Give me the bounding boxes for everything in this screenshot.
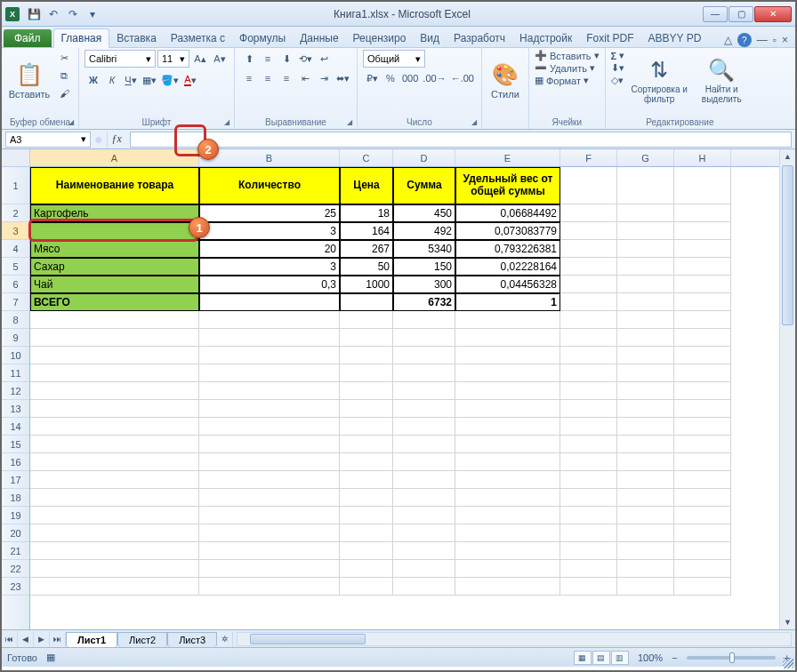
cell[interactable]: 1 [455, 293, 560, 311]
cell[interactable] [455, 364, 560, 382]
styles-button[interactable]: 🎨 Стили [487, 50, 523, 112]
ribbon-minimize-icon[interactable]: △ [724, 34, 732, 46]
cell[interactable] [560, 222, 617, 240]
row-header[interactable]: 23 [2, 578, 29, 596]
cell[interactable] [674, 471, 731, 489]
cell[interactable] [674, 560, 731, 578]
cell[interactable] [30, 400, 199, 418]
orientation-button[interactable]: ⟲▾ [296, 50, 314, 68]
sheet-nav-prev[interactable]: ◀ [18, 631, 34, 647]
cell[interactable] [199, 293, 340, 311]
cell[interactable] [30, 453, 199, 471]
cell[interactable] [617, 167, 674, 204]
align-right-button[interactable]: ≡ [278, 69, 295, 87]
cell[interactable] [560, 347, 617, 364]
merge-button[interactable]: ⬌▾ [334, 69, 351, 87]
cell[interactable]: 0,3 [199, 276, 340, 293]
paste-button[interactable]: 📋 Вставить [7, 50, 52, 112]
cell[interactable] [30, 311, 199, 329]
cell[interactable] [340, 453, 393, 471]
row-header[interactable]: 13 [2, 400, 29, 418]
cell[interactable] [30, 524, 199, 542]
cell[interactable] [199, 418, 340, 436]
col-header-F[interactable]: F [560, 149, 617, 166]
tab-developer[interactable]: Разработч [447, 29, 512, 47]
zoom-level[interactable]: 100% [638, 652, 663, 663]
sheet-tab[interactable]: Лист2 [117, 632, 167, 647]
cell[interactable]: Мясо [30, 240, 199, 258]
cell[interactable]: Чай [30, 276, 199, 293]
name-box[interactable]: A3▾ [5, 132, 91, 148]
cell[interactable] [340, 293, 393, 311]
cell[interactable] [340, 542, 393, 560]
cell[interactable] [674, 276, 731, 293]
close-button[interactable]: ✕ [754, 6, 792, 22]
cell[interactable] [617, 524, 674, 542]
cell[interactable]: 6732 [393, 293, 455, 311]
cell[interactable] [393, 471, 455, 489]
new-sheet-button[interactable]: ✲ [217, 631, 233, 647]
cell[interactable] [617, 400, 674, 418]
cell[interactable] [340, 436, 393, 453]
cell[interactable] [617, 578, 674, 596]
format-painter-button[interactable]: 🖌 [55, 85, 73, 101]
cell[interactable] [340, 578, 393, 596]
find-select-button[interactable]: 🔍 Найти и выделить [694, 50, 749, 112]
row-header[interactable]: 6 [2, 276, 29, 293]
cell[interactable]: 50 [340, 258, 393, 276]
cell[interactable] [393, 453, 455, 471]
cell[interactable]: Количество [199, 167, 340, 204]
cell[interactable] [30, 489, 199, 507]
cell[interactable] [199, 560, 340, 578]
cell[interactable] [674, 542, 731, 560]
cell[interactable] [455, 347, 560, 364]
align-middle-button[interactable]: ≡ [259, 50, 277, 68]
row-header[interactable]: 21 [2, 542, 29, 560]
cell[interactable]: Удельный вес от общей суммы [455, 167, 560, 204]
italic-button[interactable]: К [103, 71, 121, 89]
cell[interactable] [560, 524, 617, 542]
cell[interactable] [199, 436, 340, 453]
tab-view[interactable]: Вид [413, 29, 447, 47]
view-pagebreak-button[interactable]: ▥ [611, 651, 629, 665]
decrease-indent-button[interactable]: ⇤ [296, 69, 314, 87]
clipboard-launcher-icon[interactable]: ◢ [66, 116, 76, 127]
cell[interactable] [393, 489, 455, 507]
row-header[interactable]: 19 [2, 507, 29, 524]
cell[interactable] [674, 578, 731, 596]
cell[interactable] [560, 293, 617, 311]
cell[interactable] [560, 578, 617, 596]
cell[interactable] [617, 329, 674, 347]
cell[interactable] [199, 329, 340, 347]
cell[interactable] [393, 542, 455, 560]
formula-input[interactable] [130, 132, 792, 148]
decrease-decimal-button[interactable]: ←.00 [449, 69, 476, 87]
cell[interactable] [617, 222, 674, 240]
cell[interactable] [674, 489, 731, 507]
cell[interactable] [617, 418, 674, 436]
cell[interactable] [199, 507, 340, 524]
cell[interactable] [560, 436, 617, 453]
cell[interactable] [340, 489, 393, 507]
row-header[interactable]: 5 [2, 258, 29, 276]
cell[interactable] [199, 578, 340, 596]
tab-home[interactable]: Главная [53, 28, 110, 48]
cell[interactable] [674, 240, 731, 258]
cell[interactable] [340, 347, 393, 364]
cell[interactable] [617, 293, 674, 311]
view-normal-button[interactable]: ▦ [574, 651, 592, 665]
row-header[interactable]: 1 [2, 167, 29, 204]
row-header[interactable]: 3 [2, 222, 29, 240]
cell[interactable] [393, 507, 455, 524]
row-header[interactable]: 18 [2, 489, 29, 507]
cell[interactable] [340, 382, 393, 400]
cell[interactable] [199, 542, 340, 560]
cell[interactable] [455, 542, 560, 560]
tab-data[interactable]: Данные [293, 29, 345, 47]
font-size-combo[interactable]: 11▾ [157, 50, 189, 68]
col-header-E[interactable]: E [455, 149, 560, 166]
cells-format-button[interactable]: ▦Формат▾ [535, 75, 600, 86]
cell[interactable] [617, 453, 674, 471]
cell[interactable] [617, 560, 674, 578]
cell[interactable] [455, 453, 560, 471]
